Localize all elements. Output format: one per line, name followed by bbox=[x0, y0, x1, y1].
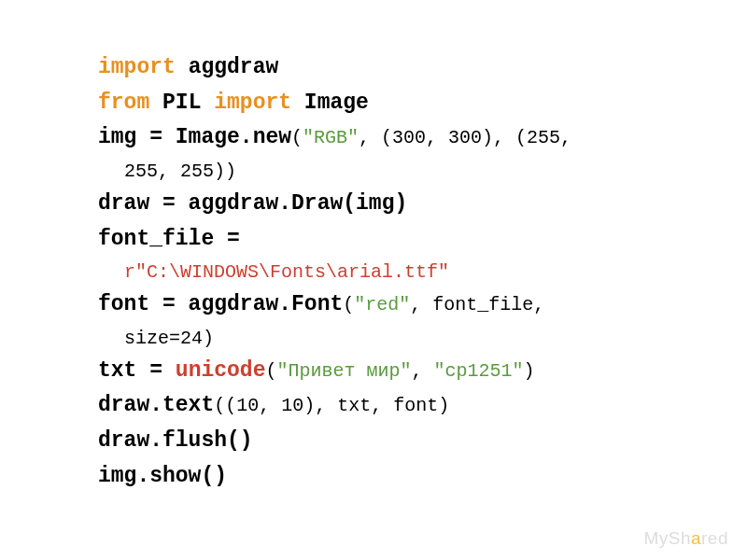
code-line-7: txt = unicode("Привет мир", "cp1251") bbox=[98, 355, 658, 388]
code-text: , (300, 300), (255, bbox=[359, 127, 571, 148]
code-text: img = Image.new bbox=[98, 125, 291, 149]
code-line-9: draw.flush() bbox=[98, 425, 658, 458]
watermark-text: MySh bbox=[643, 528, 691, 548]
code-line-5: font_file = bbox=[98, 223, 658, 257]
code-text: ( bbox=[291, 127, 303, 148]
function-unicode: unicode bbox=[176, 358, 266, 383]
module-image: Image bbox=[291, 91, 369, 115]
code-text: font = aggdraw.Font bbox=[98, 292, 343, 316]
string-literal: "C:\WINDOWS\Fonts\arial.ttf" bbox=[135, 261, 449, 283]
string-literal: "red" bbox=[354, 294, 410, 315]
keyword-import-2: import bbox=[214, 91, 291, 115]
string-literal: "Привет мир" bbox=[276, 360, 411, 382]
watermark-accent: a bbox=[691, 528, 701, 548]
code-text: ) bbox=[524, 360, 535, 382]
string-literal: "cp1251" bbox=[434, 360, 524, 382]
code-line-8: draw.text((10, 10), txt, font) bbox=[98, 389, 658, 423]
code-text: img.show() bbox=[98, 464, 227, 488]
code-line-1: import aggdraw bbox=[98, 51, 658, 85]
code-text: draw = aggdraw.Draw(img) bbox=[98, 191, 407, 216]
code-text: font_file = bbox=[98, 227, 240, 251]
module-aggdraw: aggdraw bbox=[176, 55, 278, 79]
code-text: , bbox=[412, 360, 434, 382]
code-line-10: img.show() bbox=[98, 460, 658, 494]
watermark-text: red bbox=[701, 528, 728, 548]
code-text: size=24) bbox=[124, 328, 214, 349]
string-prefix: r bbox=[124, 261, 135, 283]
code-text: txt = bbox=[98, 358, 176, 383]
code-text: ((10, 10), txt, font) bbox=[214, 395, 449, 416]
code-text: draw.text bbox=[98, 393, 214, 417]
code-line-3b: 255, 255)) bbox=[98, 157, 658, 186]
code-text: ( bbox=[265, 360, 276, 382]
code-line-5b: r"C:\WINDOWS\Fonts\arial.ttf" bbox=[98, 258, 658, 287]
code-block: import aggdraw from PIL import Image img… bbox=[98, 51, 658, 493]
keyword-import: import bbox=[98, 55, 176, 79]
code-text: draw.flush() bbox=[98, 428, 253, 453]
string-literal: "RGB" bbox=[303, 127, 359, 148]
code-line-4: draw = aggdraw.Draw(img) bbox=[98, 188, 658, 221]
module-pil: PIL bbox=[149, 91, 214, 115]
code-text: 255, 255)) bbox=[124, 161, 236, 182]
code-line-2: from PIL import Image bbox=[98, 87, 658, 120]
code-line-6: font = aggdraw.Font("red", font_file, bbox=[98, 288, 658, 322]
code-line-3: img = Image.new("RGB", (300, 300), (255, bbox=[98, 121, 658, 155]
code-text: , font_file, bbox=[410, 294, 544, 315]
watermark: MyShared bbox=[643, 528, 728, 549]
keyword-from: from bbox=[98, 91, 149, 115]
slide-container: import aggdraw from PIL import Image img… bbox=[0, 0, 747, 560]
code-line-6b: size=24) bbox=[98, 324, 658, 353]
code-text: ( bbox=[343, 294, 354, 315]
